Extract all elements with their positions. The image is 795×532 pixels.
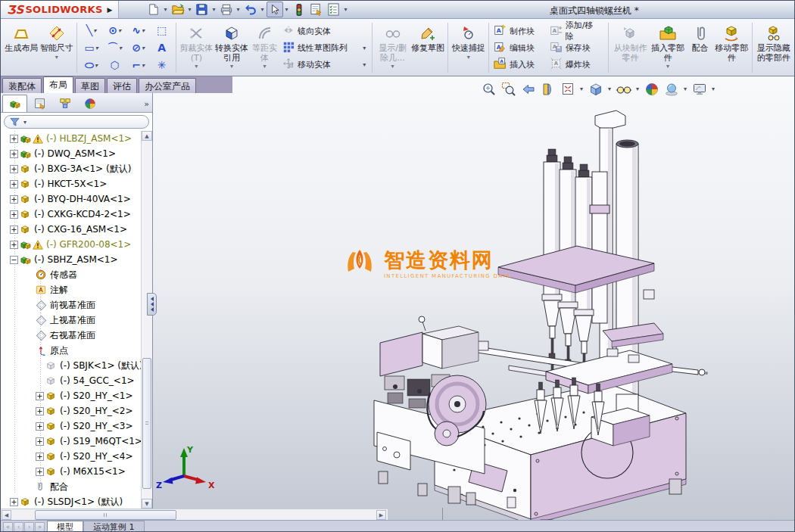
- ribbon-tab-装配体[interactable]: 装配体: [2, 78, 42, 93]
- expand-icon[interactable]: [36, 468, 45, 476]
- tree-item[interactable]: (-) 54_GCC_<1>: [1, 373, 141, 388]
- ellipse-dropdown[interactable]: ▾: [142, 45, 145, 51]
- open-button[interactable]: [170, 2, 186, 17]
- display-delete-relations-button[interactable]: 显示/删除几... ▾: [375, 20, 410, 75]
- slot-dropdown[interactable]: ▾: [95, 62, 98, 69]
- move-entities-button[interactable]: 移动实体 ▾: [280, 57, 369, 73]
- explode-block-button[interactable]: A 爆炸块: [547, 57, 606, 73]
- trim-entities-dropdown[interactable]: ▾: [195, 63, 198, 70]
- tree-filter-bar[interactable]: ▾: [4, 115, 149, 129]
- tree-item[interactable]: (-) GFR200-08<1>: [1, 237, 141, 252]
- tree-item[interactable]: 右视基准面: [1, 328, 141, 343]
- slot-button[interactable]: ⬭▾: [80, 57, 103, 74]
- ribbon-tab-评估[interactable]: 评估: [107, 78, 137, 93]
- convert-entities-button[interactable]: 转换实体引用 ▾: [214, 20, 250, 75]
- smart-dimension-button[interactable]: 智能尺寸 ▾: [39, 20, 75, 75]
- expand-icon[interactable]: [36, 437, 45, 446]
- select-button[interactable]: [267, 2, 283, 17]
- propertymanager-tab[interactable]: [27, 95, 52, 112]
- sketch-text-button[interactable]: A: [150, 39, 173, 57]
- expand-icon[interactable]: [10, 180, 20, 188]
- options-button-dropdown[interactable]: ▾: [344, 6, 348, 13]
- make-layout-button[interactable]: 生成布局: [4, 20, 39, 75]
- tree-item[interactable]: (-) S20_HY_<4>: [1, 449, 141, 464]
- motion-next-button[interactable]: ›: [24, 522, 34, 532]
- tree-item[interactable]: (-) HLBZJ_ASM<1>: [1, 131, 141, 146]
- view-orientation-button-dropdown[interactable]: ▾: [580, 86, 583, 92]
- new-document-button-dropdown[interactable]: ▾: [164, 6, 167, 13]
- tree-item[interactable]: 传感器: [1, 267, 141, 282]
- display-delete-relations-dropdown[interactable]: ▾: [391, 63, 394, 70]
- expand-icon[interactable]: [36, 453, 45, 461]
- rebuild-button[interactable]: [291, 2, 307, 17]
- tree-item[interactable]: (-) SBHZ_ASM<1>: [1, 252, 141, 267]
- linear-sketch-pattern-dropdown[interactable]: ▾: [363, 45, 366, 51]
- motion-prev-button[interactable]: ‹: [14, 522, 23, 532]
- arc-dropdown[interactable]: ▾: [119, 45, 122, 51]
- apply-scene-button-dropdown[interactable]: ▾: [684, 86, 687, 92]
- display-style-button-dropdown[interactable]: ▾: [608, 86, 611, 92]
- expand-icon[interactable]: [10, 195, 20, 204]
- ellipse-button[interactable]: ⊘▾: [126, 39, 150, 57]
- rectangle-dropdown[interactable]: ▾: [95, 45, 98, 51]
- tree-item[interactable]: 原点: [1, 343, 141, 358]
- polygon-button[interactable]: ⬡: [103, 57, 126, 74]
- move-entities-dropdown[interactable]: ▾: [363, 61, 366, 68]
- quick-snaps-button[interactable]: 快速捕捉 ▾: [450, 20, 486, 75]
- mate-button[interactable]: 配合: [686, 20, 714, 75]
- view-settings-button-dropdown[interactable]: ▾: [712, 86, 715, 92]
- sketch-pattern-button[interactable]: ✳: [150, 57, 173, 74]
- open-button-dropdown[interactable]: ▾: [189, 6, 192, 13]
- expand-icon[interactable]: [36, 407, 45, 415]
- ribbon-tab-草图[interactable]: 草图: [75, 78, 105, 93]
- apply-scene-button[interactable]: [662, 80, 680, 98]
- save-button[interactable]: [194, 2, 210, 17]
- tree-item[interactable]: 前视基准面: [1, 297, 141, 313]
- featuremanager-tab[interactable]: [2, 95, 27, 112]
- tree-hscrollbar-thumb[interactable]: [35, 510, 176, 520]
- filter-dropdown[interactable]: ▾: [23, 119, 26, 126]
- linear-sketch-pattern-button[interactable]: 线性草图阵列 ▾: [280, 40, 369, 56]
- hide-show-items-button[interactable]: [615, 80, 632, 98]
- tree-item[interactable]: (-) S19_M6QT<1>: [1, 434, 141, 449]
- tree-item[interactable]: (-) CXKG-KCD4-2<1>: [1, 207, 141, 222]
- previous-view-button[interactable]: [519, 80, 537, 98]
- tree-item[interactable]: (-) HKCT-5X<1>: [1, 176, 141, 191]
- undo-button-dropdown[interactable]: ▾: [261, 6, 264, 13]
- make-block-button[interactable]: A 制作块: [491, 23, 547, 39]
- display-style-button[interactable]: [587, 80, 604, 98]
- save-button-dropdown[interactable]: ▾: [213, 6, 216, 13]
- tree-item[interactable]: 注解: [1, 282, 141, 297]
- trim-entities-button[interactable]: 剪裁实体(T) ▾: [179, 20, 214, 75]
- tree-item[interactable]: (-) SLSDJ<1> (默认): [1, 494, 141, 509]
- expand-icon[interactable]: [10, 241, 20, 249]
- tree-item[interactable]: (-) S20_HY_<1>: [1, 388, 141, 403]
- show-hidden-components-button[interactable]: 显示隐藏的零部件: [755, 20, 793, 75]
- mirror-entities-button[interactable]: 镜向实体: [280, 23, 369, 39]
- selection-box-button[interactable]: ⬚: [150, 22, 173, 39]
- scroll-down-arrow-icon[interactable]: ▼: [142, 499, 152, 509]
- ribbon-tab-办公室产品[interactable]: 办公室产品: [139, 78, 196, 93]
- smart-dimension-dropdown[interactable]: ▾: [55, 54, 58, 61]
- circle-button[interactable]: ⊙▾: [103, 22, 126, 39]
- expand-icon[interactable]: [10, 210, 20, 219]
- convert-entities-dropdown[interactable]: ▾: [230, 63, 233, 70]
- insert-block-button[interactable]: A 插入块: [491, 57, 547, 73]
- view-settings-button[interactable]: [691, 80, 708, 98]
- scroll-right-arrow-icon[interactable]: ▶: [376, 510, 386, 520]
- insert-components-dropdown[interactable]: ▾: [666, 63, 669, 70]
- add-remove-button[interactable]: A 添加/移除: [547, 23, 606, 39]
- print-button-dropdown[interactable]: ▾: [237, 6, 240, 13]
- zoom-to-fit-button[interactable]: [480, 80, 497, 98]
- section-view-button[interactable]: [539, 80, 556, 98]
- motion-last-button[interactable]: »: [35, 522, 45, 532]
- offset-entities-dropdown[interactable]: ▾: [263, 63, 267, 70]
- fillet-dropdown[interactable]: ▾: [142, 62, 145, 69]
- quick-snaps-dropdown[interactable]: ▾: [467, 54, 470, 61]
- collapse-icon[interactable]: [10, 256, 20, 264]
- repair-sketch-button[interactable]: 修复草图: [410, 20, 446, 75]
- expand-icon[interactable]: [36, 422, 45, 431]
- motion-tab-模型[interactable]: 模型: [47, 521, 83, 532]
- configurationmanager-tab[interactable]: [52, 95, 77, 112]
- edit-appearance-button[interactable]: [643, 80, 660, 98]
